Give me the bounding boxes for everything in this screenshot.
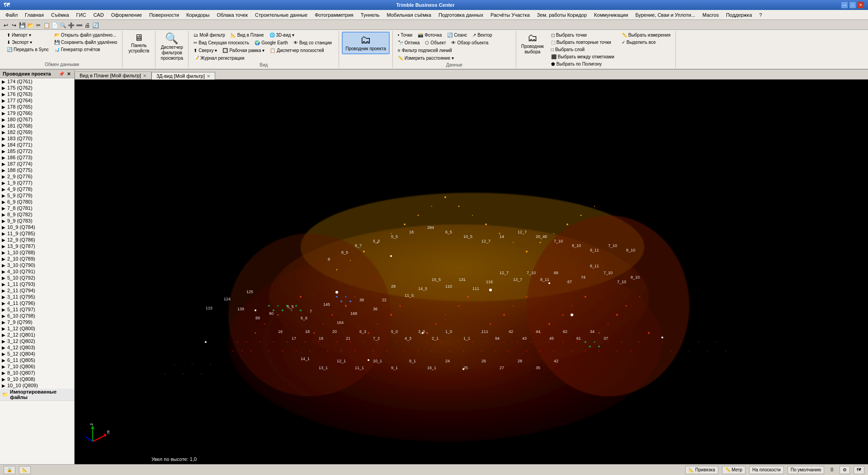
quick-access-btn-11[interactable]: 🔄 (91, 21, 99, 29)
sidebar-list-item[interactable]: ▶7_10 (Q806) (0, 363, 74, 370)
status-unit-btn[interactable]: 📏 Метр (722, 466, 746, 474)
menu-item--------[interactable]: Главная (21, 11, 47, 19)
object-btn[interactable]: ⬡ Объект (423, 39, 448, 46)
selection-navigator-btn[interactable]: 🗂 Проводник выбора (519, 32, 546, 56)
sidebar-list-item[interactable]: ▶174 (Q761) (0, 78, 74, 85)
select-polygon-btn[interactable]: ⬟ Выбрать по Полигону (549, 61, 617, 67)
sidebar-list-item[interactable]: ▶1_12 (Q800) (0, 325, 74, 332)
sidebar-list-item[interactable]: ▶2_12 (Q801) (0, 332, 74, 338)
menu-item--------[interactable]: Туннель (357, 11, 383, 19)
maximize-button[interactable]: □ (849, 1, 856, 9)
plane-manager-btn[interactable]: 📋 Диспетчер плоскостей (268, 47, 326, 54)
sidebar-list-item[interactable]: ▶186 (Q773) (0, 154, 74, 161)
view-plan-btn[interactable]: 📐 Вид в Плане (228, 32, 266, 38)
quick-access-btn-4[interactable]: ✂ (34, 21, 42, 29)
sidebar-list[interactable]: ▶174 (Q761)▶175 (Q762)▶176 (Q763)▶177 (Q… (0, 78, 74, 464)
sidebar-list-item[interactable]: ▶3_10 (Q790) (0, 262, 74, 268)
menu-item------------[interactable]: Поверхности (146, 11, 183, 19)
sidebar-folder-item[interactable]: 📁Импортированные файлы (0, 389, 74, 401)
select-points-btn[interactable]: ◻ Выбрать точки (549, 32, 617, 38)
status-plane-btn[interactable]: На плоскости (749, 466, 784, 474)
3d-view-btn[interactable]: 🌐 3D-вид ▾ (267, 32, 297, 38)
quick-access-btn-5[interactable]: 📋 (42, 21, 51, 29)
select-layer-btn[interactable]: □ Выбрать слой (549, 46, 617, 53)
my-filter-btn[interactable]: 🗂 Мой фильтр (191, 32, 227, 38)
measure-btn[interactable]: 📏 Измерить расстояние ▾ (396, 55, 456, 62)
menu-item-cad[interactable]: CAD (90, 11, 107, 19)
menu-item----------[interactable]: Поддержка (722, 11, 755, 19)
sidebar-list-item[interactable]: ▶5_12 (Q804) (0, 351, 74, 357)
status-default-btn[interactable]: По умолчанию (788, 466, 825, 474)
sidebar-list-item[interactable]: ▶179 (Q766) (0, 110, 74, 116)
station-view-btn[interactable]: 👁 Вид со станции (291, 39, 334, 46)
vector-btn[interactable]: ↗ Вектор (470, 32, 494, 38)
sidebar-list-item[interactable]: ▶1_11 (Q793) (0, 281, 74, 287)
select-duplicate-btn[interactable]: ⬚ Выбрать повторные точки (549, 39, 617, 46)
sidebar-list-item[interactable]: ▶9_10 (Q808) (0, 376, 74, 382)
sidebar-list-item[interactable]: ▶181 (Q768) (0, 123, 74, 129)
quick-access-btn-0[interactable]: ↩ (2, 21, 10, 29)
quick-access-btn-8[interactable]: ➕ (67, 21, 75, 29)
project-navigator-btn[interactable]: 🗂 Проводник проекта (342, 32, 390, 54)
quick-access-btn-1[interactable]: ↪ (10, 21, 18, 29)
select-between-btn[interactable]: ⬛ Выбрать между отметками (549, 53, 617, 60)
sidebar-list-item[interactable]: ▶178 (Q765) (0, 104, 74, 110)
export-btn[interactable]: ⬇ Экспорт ▾ (5, 39, 51, 46)
sidebar-list-item[interactable]: ▶12_9 (Q786) (0, 237, 74, 243)
select-measure-btn[interactable]: 📏 Выбрать измерения (619, 32, 673, 38)
object-view-btn[interactable]: 👁 Обзор объекта (449, 39, 491, 46)
sidebar-list-item[interactable]: ▶4_9 (Q778) (0, 186, 74, 192)
quick-access-btn-7[interactable]: 🔍 (59, 21, 67, 29)
save-remote-btn[interactable]: 💾 Сохранить файл удалённо (52, 39, 120, 46)
close-button[interactable]: ✕ (857, 1, 864, 9)
menu-item--------------------------[interactable]: Бурение, Сваи и Уплоти... (632, 11, 698, 19)
filter-manager-btn[interactable]: 🔍 Диспетчер фильтров просмотра (158, 32, 185, 62)
sidebar-list-item[interactable]: ▶4_10 (Q791) (0, 268, 74, 275)
menu-item--------------------[interactable]: Строительные данные (251, 11, 311, 19)
menu-item----[interactable]: ГИС (73, 11, 90, 19)
sidebar-list-item[interactable]: ▶5_11 (Q797) (0, 306, 74, 313)
sync-btn[interactable]: 🔄 Передать в Sync (5, 46, 51, 53)
work-frame-btn[interactable]: 🔲 Рабочая рамка ▾ (220, 47, 267, 54)
menu-item-macros[interactable]: Macros (699, 11, 722, 19)
sidebar-list-item[interactable]: ▶9_9 (Q783) (0, 218, 74, 224)
status-map-btn[interactable]: 🗺 (854, 466, 864, 474)
quick-access-btn-2[interactable]: 💾 (18, 21, 26, 29)
quick-access-btn-10[interactable]: 🖨 (83, 21, 91, 29)
sidebar-list-item[interactable]: ▶5_9 (Q779) (0, 192, 74, 199)
sidebar-pin-btn[interactable]: 📌 (58, 71, 65, 76)
select-all-btn[interactable]: ✓ Выделить все (619, 39, 673, 46)
sidebar-list-item[interactable]: ▶6_11 (Q805) (0, 357, 74, 363)
optics-btn[interactable]: 🔭 Оптика (396, 39, 422, 46)
view-tab-0[interactable]: Вид в Плане [Мой фильтр]✕ (75, 71, 151, 79)
section-view-btn[interactable]: ✂ Вид Секущая плоскость (191, 39, 251, 46)
quick-access-btn-9[interactable]: ➖ (75, 21, 83, 29)
log-btn[interactable]: 📝 Журнал регистрации (191, 55, 246, 62)
status-lock-btn[interactable]: 🔒 (4, 466, 15, 474)
sidebar-list-item[interactable]: ▶188 (Q775) (0, 167, 74, 173)
menu-item-------------[interactable]: Облака точек (213, 11, 252, 19)
menu-item--[interactable]: ? (755, 11, 765, 19)
sidebar-list-item[interactable]: ▶2_11 (Q794) (0, 287, 74, 294)
sidebar-list-item[interactable]: ▶10_9 (Q784) (0, 224, 74, 230)
status-settings-btn[interactable]: ⚙ (840, 466, 850, 474)
session-btn[interactable]: 🔄 Сеанс (445, 32, 469, 38)
sidebar-list-item[interactable]: ▶10_10 (Q809) (0, 382, 74, 389)
sidebar-list-item[interactable]: ▶8_9 (Q782) (0, 211, 74, 218)
sidebar-list-item[interactable]: ▶7_8 (Q781) (0, 205, 74, 211)
view-tab-close-0[interactable]: ✕ (143, 73, 146, 78)
sidebar-list-item[interactable]: ▶2_9 (Q776) (0, 173, 74, 180)
menu-item-----[interactable]: Файл (2, 11, 21, 19)
sidebar-list-item[interactable]: ▶176 (Q763) (0, 91, 74, 97)
sidebar-list-item[interactable]: ▶185 (Q772) (0, 148, 74, 154)
google-earth-btn[interactable]: 🌍 Google Earth (252, 39, 290, 46)
sidebar-list-item[interactable]: ▶1_9 (Q777) (0, 180, 74, 186)
menu-item-------------[interactable]: Коммуникации (590, 11, 632, 19)
top-view-btn[interactable]: ⬆ Сверху ▾ (191, 47, 219, 54)
view-tab-close-1[interactable]: ✕ (207, 74, 210, 79)
sidebar-list-item[interactable]: ▶8_10 (Q807) (0, 370, 74, 376)
import-btn[interactable]: ⬆ Импорт ▾ (5, 32, 51, 38)
sidebar-list-item[interactable]: ▶175 (Q762) (0, 85, 74, 91)
sidebar-close-btn[interactable]: ✕ (66, 71, 71, 76)
menu-item-----------------[interactable]: Мобильная съёмка (383, 11, 434, 19)
